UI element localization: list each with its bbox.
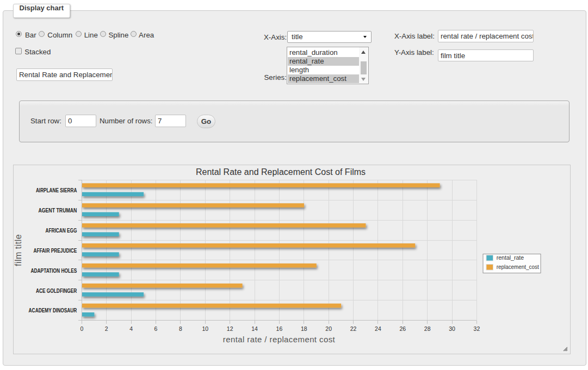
svg-text:26: 26 [399,325,406,332]
svg-text:32: 32 [474,325,480,332]
svg-text:Rental Rate and Replacement Co: Rental Rate and Replacement Cost of Film… [196,167,366,177]
svg-text:28: 28 [424,325,431,332]
svg-text:18: 18 [301,325,307,332]
svg-text:ACE GOLDFINGER: ACE GOLDFINGER [36,288,77,294]
svg-text:30: 30 [449,325,455,332]
svg-text:0: 0 [80,325,83,332]
svg-text:8: 8 [179,325,182,332]
svg-text:rental rate / replacement cost: rental rate / replacement cost [223,335,336,344]
svg-text:14: 14 [251,325,258,332]
svg-text:ADAPTATION HOLES: ADAPTATION HOLES [30,268,77,274]
svg-text:replacement_cost: replacement_cost [497,264,539,270]
svg-text:AIRPLANE SIERRA: AIRPLANE SIERRA [36,187,77,193]
svg-text:4: 4 [129,325,133,332]
svg-text:2: 2 [105,325,108,332]
svg-text:24: 24 [375,325,381,332]
svg-text:16: 16 [276,325,283,332]
svg-text:ACADEMY DINOSAUR: ACADEMY DINOSAUR [29,308,77,313]
svg-text:AFRICAN EGG: AFRICAN EGG [46,228,77,234]
svg-text:film title: film title [14,234,23,266]
svg-text:22: 22 [350,325,357,332]
svg-text:10: 10 [202,325,208,332]
svg-text:6: 6 [154,325,158,332]
svg-text:12: 12 [227,325,233,332]
svg-text:AGENT TRUMAN: AGENT TRUMAN [38,208,77,214]
svg-text:rental_rate: rental_rate [497,255,524,261]
svg-text:AFFAIR PREJUDICE: AFFAIR PREJUDICE [33,248,77,254]
svg-text:20: 20 [325,325,332,332]
